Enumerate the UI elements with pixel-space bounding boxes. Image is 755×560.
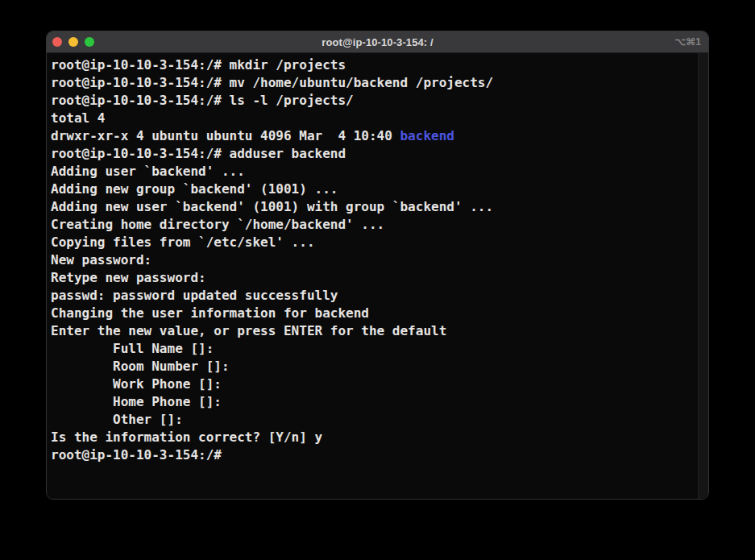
terminal-line: Adding new user `backend' (1001) with gr… (51, 198, 694, 216)
terminal-text: Work Phone []: (51, 376, 222, 392)
terminal-text: drwxr-xr-x 4 ubuntu ubuntu 4096 Mar 4 10… (51, 128, 400, 143)
terminal-line: passwd: password updated successfully (51, 287, 694, 305)
minimize-button[interactable] (68, 37, 78, 47)
terminal-line: Creating home directory `/home/backend' … (51, 216, 694, 234)
terminal-text: Room Number []: (51, 359, 230, 374)
terminal-text: passwd: password updated successfully (51, 288, 338, 303)
terminal-line: Retype new password: (51, 269, 694, 287)
terminal-text: Adding new user `backend' (1001) with gr… (51, 199, 493, 214)
terminal-line: Work Phone []: (51, 375, 694, 393)
terminal-line: total 4 (51, 110, 694, 127)
terminal-line: Changing the user information for backen… (51, 305, 694, 322)
terminal-text: root@ip-10-10-3-154:/# ls -l /projects/ (51, 93, 354, 108)
terminal-text: root@ip-10-10-3-154:/# mkdir /projects (51, 57, 346, 73)
terminal-text: Adding user `backend' ... (51, 164, 245, 179)
close-button[interactable] (52, 37, 62, 47)
terminal-text: Changing the user information for backen… (51, 305, 369, 321)
window-title: root@ip-10-10-3-154: / (47, 36, 708, 48)
terminal-line: Enter the new value, or press ENTER for … (51, 322, 694, 340)
terminal-line: Copying files from `/etc/skel' ... (51, 234, 694, 251)
terminal-text: root@ip-10-10-3-154:/# (51, 447, 230, 463)
terminal-screen[interactable]: root@ip-10-10-3-154:/# mkdir /projectsro… (47, 53, 708, 499)
terminal-text: Is the information correct? [Y/n] y (51, 429, 322, 445)
terminal-text: Creating home directory `/home/backend' … (51, 217, 384, 232)
directory-name: backend (400, 128, 454, 143)
terminal-text: Enter the new value, or press ENTER for … (51, 323, 446, 338)
terminal-line: Full Name []: (51, 340, 694, 358)
terminal-text: Adding new group `backend' (1001) ... (51, 181, 338, 197)
terminal-line: Home Phone []: (51, 393, 694, 411)
terminal-window: root@ip-10-10-3-154: / ⌥⌘1 root@ip-10-10… (46, 31, 709, 500)
scrollbar-track[interactable] (698, 53, 708, 499)
terminal-text: root@ip-10-10-3-154:/# mv /home/ubuntu/b… (51, 75, 493, 90)
terminal-line: Adding new group `backend' (1001) ... (51, 180, 694, 198)
terminal-line: root@ip-10-10-3-154:/# adduser backend (51, 145, 694, 163)
terminal-text: Retype new password: (51, 270, 206, 285)
traffic-lights (52, 37, 94, 47)
terminal-line: drwxr-xr-x 4 ubuntu ubuntu 4096 Mar 4 10… (51, 127, 694, 145)
terminal-text: Home Phone []: (51, 394, 222, 409)
title-bar[interactable]: root@ip-10-10-3-154: / ⌥⌘1 (47, 31, 708, 53)
terminal-line: Is the information correct? [Y/n] y (51, 429, 694, 446)
terminal-line: Adding user `backend' ... (51, 163, 694, 180)
terminal-text: Copying files from `/etc/skel' ... (51, 234, 315, 250)
terminal-line: Other []: (51, 411, 694, 429)
terminal-text: New password: (51, 252, 151, 268)
zoom-button[interactable] (85, 37, 94, 47)
terminal-line: root@ip-10-10-3-154:/# mv /home/ubuntu/b… (51, 74, 694, 92)
terminal-text: total 4 (51, 110, 105, 126)
terminal-text: Other []: (51, 412, 183, 427)
window-shortcut-badge: ⌥⌘1 (674, 31, 701, 53)
terminal-output: root@ip-10-10-3-154:/# mkdir /projectsro… (47, 53, 708, 467)
terminal-line: root@ip-10-10-3-154:/# ls -l /projects/ (51, 92, 694, 110)
terminal-text: Full Name []: (51, 341, 214, 356)
terminal-line: New password: (51, 251, 694, 269)
terminal-line: root@ip-10-10-3-154:/# mkdir /projects (51, 56, 694, 74)
terminal-line: Room Number []: (51, 358, 694, 375)
terminal-line: root@ip-10-10-3-154:/# (51, 446, 694, 464)
terminal-text: root@ip-10-10-3-154:/# adduser backend (51, 146, 346, 161)
